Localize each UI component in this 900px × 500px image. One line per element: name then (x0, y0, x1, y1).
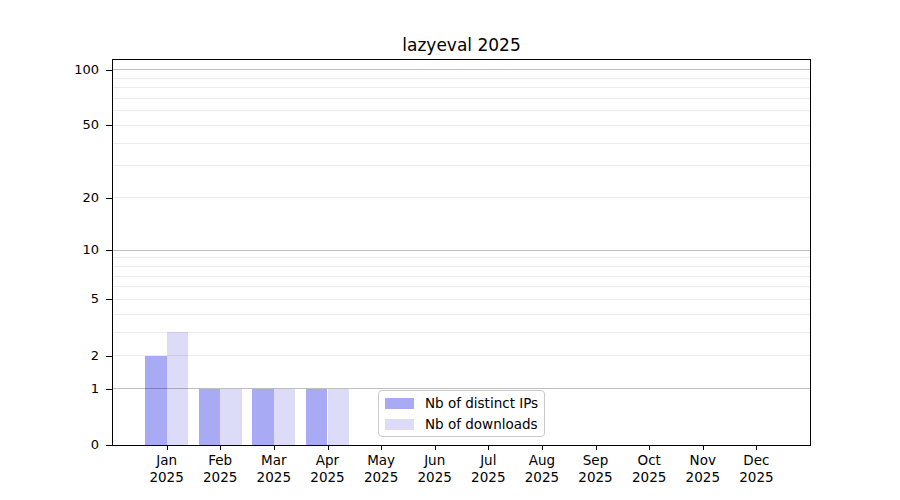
y-tickmark (106, 125, 113, 126)
x-tickmark (167, 446, 168, 450)
gridline-minor (113, 125, 810, 126)
gridline-minor (113, 197, 810, 198)
gridline-minor (113, 286, 810, 287)
bar-distinct-ips (252, 389, 273, 445)
y-tick-label: 1 (0, 380, 99, 398)
x-tickmark (220, 446, 221, 450)
y-tick-label: 5 (0, 290, 99, 308)
gridline-minor (113, 314, 810, 315)
gridline-major (113, 69, 810, 70)
y-tickmark (106, 70, 113, 71)
bar-distinct-ips (199, 389, 220, 445)
gridline-minor (113, 332, 810, 333)
gridline-minor (113, 98, 810, 99)
bar-distinct-ips (145, 356, 166, 445)
x-tickmark (596, 446, 597, 450)
gridline-minor (113, 110, 810, 111)
x-tickmark (488, 446, 489, 450)
x-tickmark (756, 446, 757, 450)
x-tickmark (435, 446, 436, 450)
chart-title: lazyeval 2025 (112, 35, 811, 55)
y-tick-label: 100 (0, 61, 99, 79)
gridline-minor (113, 276, 810, 277)
legend-swatch-downloads (385, 419, 414, 430)
bar-downloads (274, 389, 295, 445)
gridline-minor (113, 78, 810, 79)
x-tickmark (542, 446, 543, 450)
legend-item-distinct-ips: Nb of distinct IPs (385, 394, 544, 412)
legend-swatch-distinct-ips (385, 398, 414, 409)
gridline-minor (113, 266, 810, 267)
gridline-minor (113, 143, 810, 144)
x-tick-label: Dec 2025 (724, 452, 788, 486)
y-tick-label: 10 (0, 241, 99, 259)
y-tick-label: 2 (0, 347, 99, 365)
y-tick-label: 0 (0, 436, 99, 454)
gridline-minor (113, 87, 810, 88)
y-tick-label: 20 (0, 189, 99, 207)
gridline-minor (113, 355, 810, 356)
x-tickmark (703, 446, 704, 450)
legend-item-downloads: Nb of downloads (385, 415, 544, 433)
y-tickmark (106, 445, 113, 446)
x-tickmark (649, 446, 650, 450)
gridline-major (113, 250, 810, 251)
y-tickmark (106, 356, 113, 357)
legend-label-distinct-ips: Nb of distinct IPs (425, 394, 538, 412)
x-tickmark (381, 446, 382, 450)
y-tick-label: 50 (0, 116, 99, 134)
y-tickmark (106, 250, 113, 251)
x-tickmark (328, 446, 329, 450)
legend-label-downloads: Nb of downloads (425, 415, 538, 433)
bar-downloads (220, 389, 241, 445)
bar-downloads (328, 389, 349, 445)
y-tickmark (106, 198, 113, 199)
gridline-minor (113, 299, 810, 300)
plot-area (112, 59, 811, 446)
chart-figure: lazyeval 2025 Nb of distinct IPs Nb of d… (0, 0, 900, 500)
bar-distinct-ips (306, 389, 327, 445)
y-tickmark (106, 299, 113, 300)
x-tickmark (274, 446, 275, 450)
gridline-minor (113, 257, 810, 258)
legend: Nb of distinct IPs Nb of downloads (378, 390, 545, 437)
gridline-minor (113, 165, 810, 166)
y-tickmark (106, 389, 113, 390)
